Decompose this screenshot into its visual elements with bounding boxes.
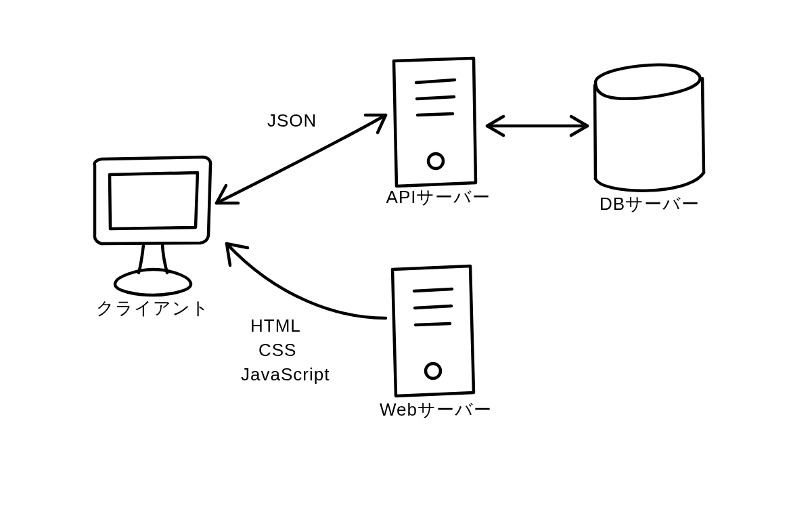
edge-web-label-1: CSS	[258, 341, 296, 359]
architecture-diagram: クライアント APIサーバー DBサーバー Webサーバー JSON HTML …	[0, 0, 812, 507]
edge-json-label: JSON	[267, 112, 317, 130]
client-label: クライアント	[96, 299, 210, 317]
svg-point-1	[426, 363, 441, 378]
edge-web-label-0: HTML	[250, 317, 301, 335]
edge-web-label-2: JavaScript	[241, 366, 330, 384]
web-server-icon	[392, 266, 474, 396]
web-server-label: Webサーバー	[380, 401, 492, 419]
arrow-api-db	[487, 116, 587, 135]
client-icon	[95, 157, 211, 295]
api-server-icon	[394, 58, 476, 186]
api-server-label: APIサーバー	[386, 188, 491, 206]
db-server-label: DBサーバー	[600, 195, 700, 213]
arrow-web-client	[227, 244, 386, 318]
db-server-icon	[595, 65, 704, 191]
diagram-svg	[0, 0, 812, 507]
svg-point-0	[428, 154, 443, 169]
